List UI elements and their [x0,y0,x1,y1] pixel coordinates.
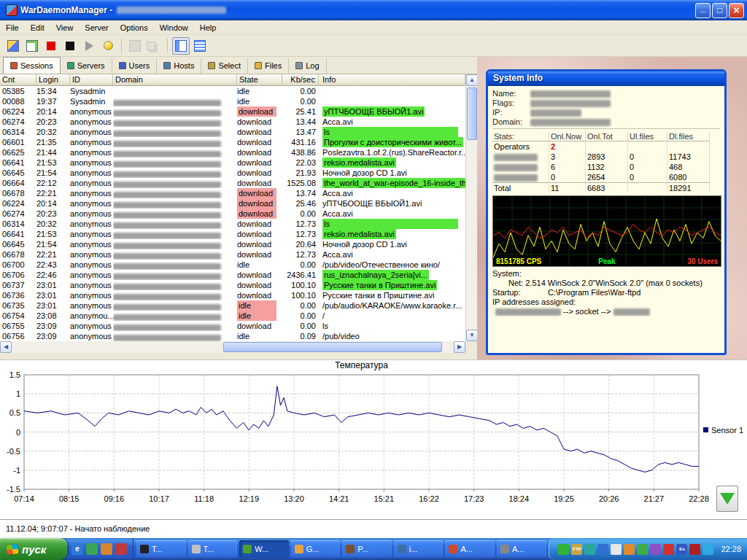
tab-users[interactable]: Users [112,58,158,74]
info-text: ls [322,322,328,330]
taskbar-task-8[interactable]: A... [497,540,546,558]
session-row[interactable]: 0631420:32anonymousdownload12.73ls [0,219,465,229]
session-row[interactable]: 0627420:23anonymousdownload0.00Acca.avi [0,209,465,219]
session-row[interactable]: 0675623:09anonymousidle0.09/pub/video [0,331,465,341]
session-row[interactable]: 0673723:01anonymousdownload100.10Русские… [0,280,465,290]
tab-select[interactable]: Select [201,58,248,74]
scroll-down-icon[interactable] [466,330,478,341]
taskbar-clock[interactable]: 22:28 [718,545,741,553]
tray-icon-darkred[interactable] [689,544,700,555]
task-icon [295,545,303,553]
maximize-button[interactable] [712,3,727,18]
taskbar-task-7[interactable]: A... [445,540,495,558]
tray-icon-teal[interactable] [584,544,595,555]
copy-button[interactable] [145,37,163,55]
tray-icon-green[interactable] [558,544,569,555]
column-header-cnt[interactable]: Cnt [0,74,36,86]
session-row[interactable]: 0673523:01anonymousidle0.00/pub/audio/KA… [0,300,465,311]
record-button[interactable] [42,37,60,55]
quick-launch-media[interactable] [101,543,112,555]
taskbar-task-4[interactable]: G... [291,540,341,558]
properties-button[interactable] [23,37,41,55]
column-header-login[interactable]: Login [36,74,70,86]
session-row[interactable]: 0664121:53anonymousdownload22.03reksio.m… [0,158,465,168]
taskbar-task-3[interactable]: W... [239,540,289,558]
taskbar-task-2[interactable]: T... [188,540,238,558]
horizontal-scroll-thumb[interactable] [223,342,442,352]
session-row[interactable]: 0667822:21anonymousdownload13.74Acca.avi [0,188,465,198]
session-row[interactable]: 0627420:23anonymousdownload13.44Acca.avi [0,117,465,127]
tab-servers[interactable]: Servers [61,58,112,74]
column-header-info[interactable]: Info [319,74,465,86]
session-row[interactable]: 0675423:08anonymou...idle0.00/ [0,311,465,321]
cell-cnt: 06706 [0,270,36,280]
session-row[interactable]: 0008819:37Sysadminidle0.00 [0,96,465,106]
session-row[interactable]: 0675523:09anonymousdownload0.00ls [0,321,465,331]
tray-icon-ftp[interactable]: FTP [571,544,582,555]
connect-button[interactable] [4,37,22,55]
session-row[interactable]: 0664521:54anonymousdownload20.64Ночной д… [0,239,465,249]
session-row[interactable]: 0664121:53anonymousdownload12.73reksio.m… [0,229,465,239]
column-header-domain[interactable]: Domain [113,74,237,86]
chart-scroll-button[interactable] [716,486,738,512]
tray-icon-red[interactable] [663,544,674,555]
tab-files[interactable]: Files [248,58,289,74]
tray-icon-lang[interactable]: En [676,544,687,555]
tab-sessions[interactable]: Sessions [3,57,61,74]
session-row[interactable]: 0631420:32anonymousdownload13.47ls [0,127,465,137]
stop-button[interactable] [61,37,79,55]
cut-button[interactable] [126,37,144,55]
tray-icon-blue[interactable] [597,544,608,555]
menu-item-options[interactable]: Options [115,22,154,34]
column-header-state[interactable]: State [237,74,282,86]
session-row[interactable]: 0664521:54anonymousdownload21.93Ночной д… [0,168,465,178]
taskbar-task-5[interactable]: P... [342,540,392,558]
scroll-left-icon[interactable] [0,341,12,353]
session-row[interactable]: 0660121:35anonymousdownload431.16Прогулк… [0,137,465,147]
tab-log[interactable]: Log [289,58,326,74]
session-row[interactable]: 0673623:01anonymousdownload100.10Русские… [0,290,465,300]
column-header-id[interactable]: ID [70,74,113,86]
session-row[interactable]: 0670622:46anonymousdownload2436.41rus_iz… [0,270,465,280]
horizontal-scrollbar[interactable] [0,341,465,353]
vertical-scroll-thumb[interactable] [467,88,477,140]
tray-icon-purple[interactable] [650,544,661,555]
menu-item-view[interactable]: View [50,22,80,34]
session-row[interactable]: 0667822:21anonymousdownload12.73Acca.avi [0,249,465,260]
session-row[interactable]: 0666422:12anonymousdownload1525.08the_wo… [0,178,465,188]
system-info-titlebar[interactable]: System Info [488,71,724,86]
menu-item-help[interactable]: Help [194,22,222,34]
scroll-right-icon[interactable] [454,341,465,353]
panel-left-button[interactable] [172,37,190,55]
tab-hosts[interactable]: Hosts [157,58,201,74]
session-row[interactable]: 0670022:43anonymousidle0.00/pub/video/От… [0,260,465,270]
menu-item-server[interactable]: Server [79,22,114,34]
taskbar-task-1[interactable]: T... [136,540,186,558]
tray-icon-white[interactable] [611,544,622,555]
vertical-scrollbar[interactable] [465,74,477,341]
menu-item-file[interactable]: File [0,22,25,34]
title-bar[interactable]: WarDaemonManager - [0,0,747,20]
start-button[interactable] [80,37,98,55]
menu-item-edit[interactable]: Edit [25,22,50,34]
panel-list-button[interactable] [191,37,209,55]
tray-icon-chart[interactable] [637,544,648,555]
tray-icon-orange[interactable] [624,544,635,555]
scroll-up-icon[interactable] [466,74,478,86]
taskbar-task-6[interactable]: i... [394,540,444,558]
close-button[interactable] [729,3,744,18]
session-row[interactable]: 0622420:14anonymousdownload25.41уПТЧБООЩ… [0,106,465,117]
quick-launch-desktop[interactable] [86,543,98,555]
scroll-track[interactable] [12,341,454,353]
session-row[interactable]: 0622420:14anonymousdownload25.46уПТЧБООЩ… [0,198,465,209]
quick-launch-mail[interactable] [115,543,127,555]
alert-button[interactable] [99,37,117,55]
session-row[interactable]: 0662521:44anonymousdownload438.86Posleza… [0,147,465,158]
minimize-button[interactable] [695,3,711,18]
tray-icon-skyblue[interactable] [703,544,713,555]
session-row[interactable]: 0538515:34Sysadminidle0.00 [0,86,465,96]
quick-launch-browser[interactable]: e [71,543,83,555]
menu-item-window[interactable]: Window [154,22,194,34]
column-header-kbsec[interactable]: Kb/sec [282,74,319,86]
start-button[interactable]: пуск [0,538,67,560]
